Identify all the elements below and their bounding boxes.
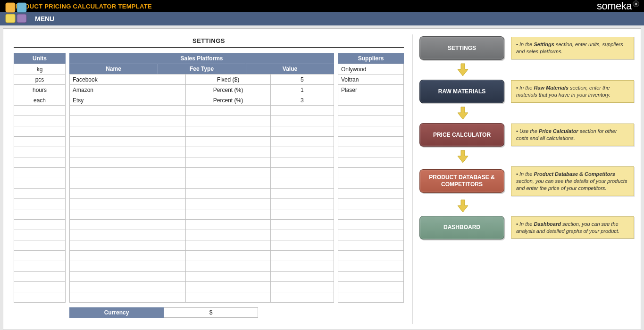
cell[interactable] [14, 251, 66, 261]
cell[interactable] [186, 251, 270, 261]
cell[interactable]: 3 [270, 95, 334, 106]
cell[interactable] [70, 251, 186, 261]
cell[interactable] [14, 126, 66, 137]
cell[interactable]: kg [14, 64, 66, 74]
cell[interactable]: Fixed ($) [186, 74, 270, 85]
cell[interactable] [70, 116, 186, 126]
cell[interactable] [186, 189, 270, 199]
cell[interactable] [186, 282, 270, 292]
cell[interactable] [270, 292, 334, 303]
cell[interactable] [338, 95, 404, 106]
cell[interactable] [70, 209, 186, 220]
cell[interactable] [338, 157, 404, 168]
cell[interactable] [70, 157, 186, 168]
cell[interactable] [270, 126, 334, 137]
cell[interactable] [270, 147, 334, 157]
cell[interactable] [270, 230, 334, 240]
nav-price-calculator-button[interactable]: PRICE CALCULATOR [419, 123, 504, 147]
cell[interactable] [338, 272, 404, 282]
cell[interactable] [70, 199, 186, 209]
cell[interactable] [338, 126, 404, 137]
cell[interactable] [14, 137, 66, 147]
cell[interactable] [186, 240, 270, 251]
cell[interactable] [70, 168, 186, 178]
cell[interactable]: Facebook [70, 74, 186, 85]
cell[interactable] [270, 199, 334, 209]
cell[interactable] [338, 189, 404, 199]
cell[interactable] [70, 261, 186, 272]
cell[interactable] [338, 168, 404, 178]
cell[interactable] [14, 157, 66, 168]
cell[interactable] [270, 220, 334, 230]
cell[interactable] [14, 199, 66, 209]
cell[interactable]: Etsy [70, 95, 186, 106]
cell[interactable] [270, 137, 334, 147]
cell[interactable] [186, 157, 270, 168]
cell[interactable] [186, 126, 270, 137]
nav-raw-materials-button[interactable]: RAW MATERIALS [419, 80, 504, 103]
cell[interactable] [270, 261, 334, 272]
cell[interactable] [186, 168, 270, 178]
cell[interactable] [14, 147, 66, 157]
cell[interactable] [270, 189, 334, 199]
cell[interactable] [186, 220, 270, 230]
cell[interactable]: 5 [270, 74, 334, 85]
nav-dashboard-button[interactable]: DASHBOARD [419, 216, 504, 239]
cell[interactable]: Onlywood [338, 64, 404, 74]
cell[interactable] [338, 261, 404, 272]
cell[interactable]: Percent (%) [186, 95, 270, 106]
cell[interactable] [14, 189, 66, 199]
cell[interactable] [14, 272, 66, 282]
cell[interactable] [14, 209, 66, 220]
cell[interactable] [186, 272, 270, 282]
cell[interactable] [270, 178, 334, 189]
cell[interactable] [338, 106, 404, 116]
nav-settings-button[interactable]: SETTINGS [419, 36, 504, 60]
cell[interactable]: 1 [270, 85, 334, 95]
cell[interactable] [338, 292, 404, 303]
cell[interactable] [338, 137, 404, 147]
cell[interactable] [270, 168, 334, 178]
cell[interactable] [186, 230, 270, 240]
cell[interactable] [14, 178, 66, 189]
cell[interactable] [338, 199, 404, 209]
cell[interactable] [338, 116, 404, 126]
cell[interactable] [270, 157, 334, 168]
cell[interactable] [70, 189, 186, 199]
cell[interactable] [186, 137, 270, 147]
cell[interactable] [270, 116, 334, 126]
cell[interactable] [14, 261, 66, 272]
cell[interactable] [14, 230, 66, 240]
cell[interactable] [338, 147, 404, 157]
cell[interactable] [70, 272, 186, 282]
cell[interactable]: pcs [14, 74, 66, 85]
cell[interactable] [14, 116, 66, 126]
cell[interactable]: each [14, 95, 66, 106]
cell[interactable] [338, 230, 404, 240]
cell[interactable] [70, 126, 186, 137]
cell[interactable] [14, 240, 66, 251]
cell[interactable] [14, 292, 66, 303]
cell[interactable] [270, 209, 334, 220]
cell[interactable] [70, 282, 186, 292]
cell[interactable] [186, 292, 270, 303]
cell[interactable] [270, 106, 334, 116]
cell[interactable] [186, 261, 270, 272]
cell[interactable] [270, 251, 334, 261]
cell[interactable] [70, 137, 186, 147]
cell[interactable] [70, 230, 186, 240]
cell[interactable] [14, 106, 66, 116]
cell[interactable] [70, 106, 186, 116]
cell[interactable] [338, 220, 404, 230]
currency-value[interactable]: $ [164, 307, 258, 318]
cell[interactable] [70, 292, 186, 303]
cell[interactable]: Amazon [70, 85, 186, 95]
cell[interactable] [338, 251, 404, 261]
cell[interactable]: Percent (%) [186, 85, 270, 95]
cell[interactable] [270, 240, 334, 251]
cell[interactable]: hours [14, 85, 66, 95]
cell[interactable] [186, 106, 270, 116]
cell[interactable] [338, 209, 404, 220]
cell[interactable]: Voltran [338, 74, 404, 85]
cell[interactable] [186, 147, 270, 157]
